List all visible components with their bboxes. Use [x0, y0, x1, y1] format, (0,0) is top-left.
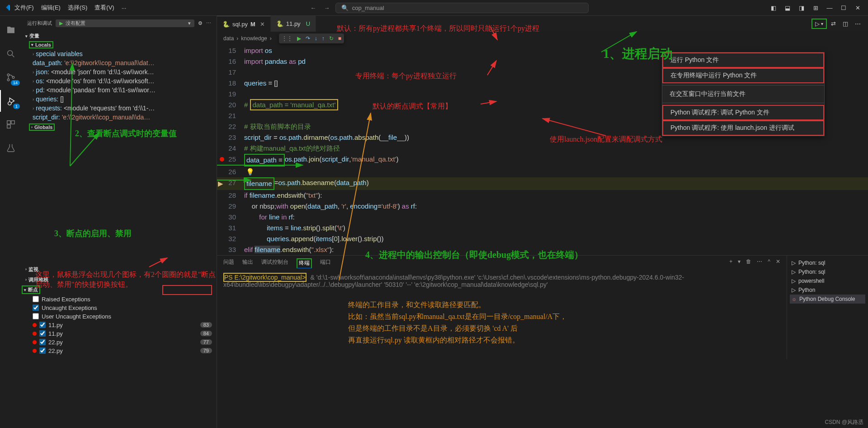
close-icon[interactable]: ✕: [851, 1, 864, 14]
tab-output[interactable]: 输出: [242, 258, 253, 268]
bp-file[interactable]: 22.py77: [22, 338, 217, 347]
command-center[interactable]: 🔍 cop_manual: [335, 3, 589, 13]
new-terminal-icon[interactable]: +: [729, 258, 732, 268]
continue-icon[interactable]: ▶: [297, 35, 301, 42]
debug-icon[interactable]: 1: [0, 90, 22, 112]
var-row[interactable]: data_path: 'e:\\2gitwork\\cop_manual\\da…: [33, 58, 217, 67]
run-menu-interactive[interactable]: 在交互窗口中运行当前文件: [662, 87, 824, 101]
sidebar-title: 运行和调试: [27, 20, 52, 27]
debug-icon: ☼: [792, 296, 797, 302]
layout-left-icon[interactable]: ◧: [767, 1, 780, 14]
svg-rect-6: [11, 121, 14, 124]
step-over-icon[interactable]: ↷: [306, 35, 310, 42]
terminal-tabs: 问题 输出 调试控制台 终端 端口 + ▾ 🗑 ⋯ ^ ✕: [217, 256, 787, 271]
testing-icon[interactable]: [0, 137, 22, 159]
nav-back[interactable]: ←: [308, 5, 318, 11]
run-button[interactable]: ▷▾: [811, 19, 827, 29]
bp-file[interactable]: 11.py84: [22, 329, 217, 338]
tab-debug-console[interactable]: 调试控制台: [261, 258, 288, 268]
breadcrumb[interactable]: data › knowledge › ⋮⋮ ▶ ↷ ↓ ↑ ↻ ■: [217, 32, 868, 45]
extensions-icon[interactable]: [0, 114, 22, 135]
menu-view[interactable]: 查看(V): [91, 2, 118, 14]
var-special[interactable]: ›special variables: [33, 49, 217, 58]
bp-user[interactable]: User Uncaught Exceptions: [22, 312, 217, 321]
menu-edit[interactable]: 编辑(E): [38, 2, 64, 14]
search-icon[interactable]: [0, 43, 22, 65]
play-icon: ▶: [59, 20, 63, 26]
maximize-panel-icon[interactable]: ^: [768, 258, 770, 268]
term-item[interactable]: ▷Python: [790, 285, 865, 295]
bp-toolbar-placeholder: [162, 285, 212, 295]
drag-handle-icon[interactable]: ⋮⋮: [282, 35, 292, 42]
run-menu-launch[interactable]: Python 调试程序: 使用 launch.json 进行调试: [662, 120, 824, 136]
more-icon[interactable]: ⋯: [852, 20, 863, 27]
editor-area: 🐍sql.pyM✕ 🐍11.pyU ▷▾ ⇄ ◫ ⋯ data › knowle…: [217, 16, 868, 428]
section-callstack[interactable]: ›调用堆栈: [22, 275, 217, 285]
tab-11[interactable]: 🐍11.pyU: [271, 16, 316, 32]
lightbulb-icon[interactable]: 💡: [246, 166, 255, 177]
search-icon: 🔍: [341, 5, 349, 11]
maximize-icon[interactable]: ☐: [837, 1, 850, 14]
run-menu-run[interactable]: 运行 Python 文件: [662, 52, 824, 68]
var-row[interactable]: ›queries: []: [33, 95, 217, 104]
gear-icon[interactable]: ⚙: [198, 20, 203, 26]
tab-sql[interactable]: 🐍sql.pyM✕: [217, 16, 271, 32]
nav-forward[interactable]: →: [322, 5, 332, 11]
section-globals[interactable]: ›Globals: [29, 124, 55, 131]
section-locals[interactable]: ▾Locals: [29, 41, 53, 48]
close-tab-icon[interactable]: ✕: [260, 21, 265, 28]
title-bar: 文件(F) 编辑(E) 选择(S) 查看(V) ··· ← → 🔍 cop_ma…: [0, 0, 868, 16]
stop-icon[interactable]: ■: [338, 35, 341, 42]
search-text: cop_manual: [352, 5, 384, 11]
term-item[interactable]: ▷Python: sql: [790, 258, 865, 267]
compare-icon[interactable]: ⇄: [828, 20, 839, 27]
minimize-icon[interactable]: —: [823, 1, 836, 14]
scm-icon[interactable]: 14: [0, 67, 22, 88]
tab-ports[interactable]: 端口: [320, 258, 331, 268]
layout-right-icon[interactable]: ◨: [795, 1, 808, 14]
chevron-down-icon[interactable]: ▾: [738, 258, 741, 268]
section-watch[interactable]: ›监视: [22, 264, 217, 275]
step-out-icon[interactable]: ↑: [322, 35, 325, 42]
terminal-body[interactable]: PS E:\2gitwork\cop_manual> & 'd:\1-sw\wo…: [217, 271, 787, 359]
more-icon[interactable]: ⋯: [757, 258, 762, 268]
python-icon: 🐍: [276, 20, 283, 27]
menu-more[interactable]: ···: [118, 3, 130, 13]
split-icon[interactable]: ◫: [840, 20, 851, 27]
trash-icon[interactable]: 🗑: [746, 258, 751, 268]
run-menu-debug[interactable]: Python 调试程序: 调试 Python 文件: [662, 105, 824, 120]
svg-point-1: [7, 74, 9, 76]
var-row[interactable]: ›pd: <module 'pandas' from 'd:\\1-sw\\wo…: [33, 86, 217, 95]
bp-file[interactable]: 11.py83: [22, 321, 217, 329]
var-row[interactable]: ›json: <module 'json' from 'd:\\1-sw\\wo…: [33, 67, 217, 76]
term-item[interactable]: ☼Python Debug Console: [790, 295, 865, 304]
bp-uncaught[interactable]: Uncaught Exceptions: [22, 304, 217, 312]
var-row[interactable]: ›requests: <module 'requests' from 'd:\\…: [33, 104, 217, 113]
close-panel-icon[interactable]: ✕: [776, 258, 780, 268]
menu-file[interactable]: 文件(F): [11, 2, 38, 14]
tab-problems[interactable]: 问题: [223, 258, 234, 268]
scm-badge: 14: [11, 80, 20, 86]
layout-custom-icon[interactable]: ⊞: [809, 1, 822, 14]
tab-terminal[interactable]: 终端: [297, 258, 312, 268]
restart-icon[interactable]: ↻: [329, 35, 334, 42]
bp-file[interactable]: 22.py79: [22, 347, 217, 355]
var-row[interactable]: ›os: <module 'os' from 'd:\\1-sw\\workso…: [33, 76, 217, 86]
run-menu-dedicated[interactable]: 在专用终端中运行 Python 文件: [662, 68, 824, 83]
more-icon[interactable]: ⋯: [206, 20, 211, 26]
step-into-icon[interactable]: ↓: [315, 35, 317, 42]
var-row[interactable]: script_dir: 'e:\\2gitwork\\cop_manual\\d…: [33, 113, 217, 122]
terminal-panel: 问题 输出 调试控制台 终端 端口 + ▾ 🗑 ⋯ ^ ✕ PS E:\2: [217, 255, 868, 359]
section-variables[interactable]: ▾变量: [22, 31, 217, 41]
debug-icon: ▷: [792, 260, 796, 266]
editor-tabs: 🐍sql.pyM✕ 🐍11.pyU ▷▾ ⇄ ◫ ⋯: [217, 16, 868, 32]
layout-bottom-icon[interactable]: ⬓: [781, 1, 794, 14]
explorer-icon[interactable]: [0, 19, 22, 41]
term-item[interactable]: ▷powershell: [790, 276, 865, 285]
bp-raised[interactable]: Raised Exceptions: [22, 295, 217, 304]
menu-select[interactable]: 选择(S): [64, 2, 91, 14]
launch-config[interactable]: ▶ 没有配置 ▾: [56, 19, 194, 27]
term-item[interactable]: ▷Python: sql: [790, 267, 865, 276]
sidebar: 运行和调试 ▶ 没有配置 ▾ ⚙ ⋯ ▾变量 ▾Locals ›special …: [22, 16, 217, 428]
section-breakpoints[interactable]: ▾断点: [22, 285, 40, 294]
